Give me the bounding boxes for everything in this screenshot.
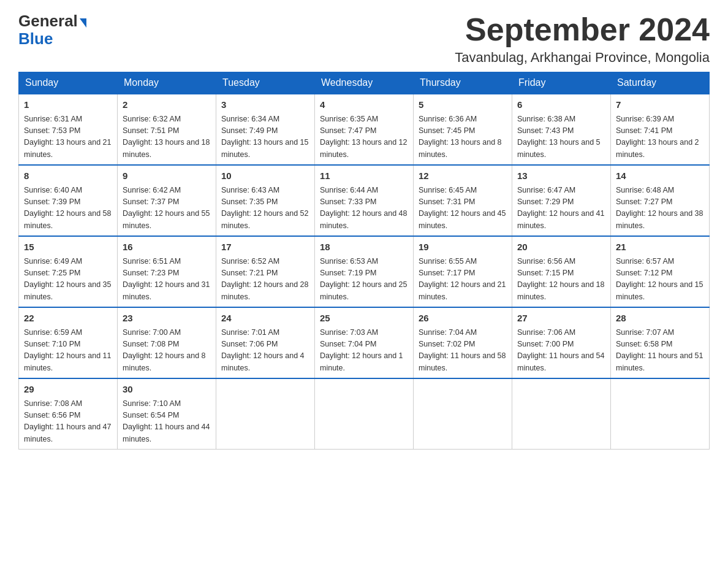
- day-cell: 19Sunrise: 6:55 AMSunset: 7:17 PMDayligh…: [414, 236, 512, 307]
- day-info: Sunrise: 6:52 AMSunset: 7:21 PMDaylight:…: [221, 256, 309, 304]
- day-info: Sunrise: 6:34 AMSunset: 7:49 PMDaylight:…: [221, 113, 309, 161]
- day-number: 5: [419, 98, 507, 112]
- day-info: Sunrise: 6:59 AMSunset: 7:10 PMDaylight:…: [24, 327, 112, 375]
- day-cell: 18Sunrise: 6:53 AMSunset: 7:19 PMDayligh…: [315, 236, 414, 307]
- day-info: Sunrise: 7:08 AMSunset: 6:56 PMDaylight:…: [24, 398, 112, 446]
- day-cell: [414, 378, 512, 450]
- logo-blue: Blue: [18, 29, 53, 48]
- day-cell: [315, 378, 414, 450]
- day-number: 15: [24, 240, 112, 255]
- day-cell: 27Sunrise: 7:06 AMSunset: 7:00 PMDayligh…: [512, 307, 611, 378]
- day-cell: 24Sunrise: 7:01 AMSunset: 7:06 PMDayligh…: [216, 307, 315, 378]
- day-info: Sunrise: 7:04 AMSunset: 7:02 PMDaylight:…: [419, 327, 507, 375]
- week-row-4: 22Sunrise: 6:59 AMSunset: 7:10 PMDayligh…: [19, 307, 710, 378]
- day-info: Sunrise: 6:51 AMSunset: 7:23 PMDaylight:…: [123, 256, 211, 304]
- day-cell: 26Sunrise: 7:04 AMSunset: 7:02 PMDayligh…: [414, 307, 512, 378]
- header-sunday: Sunday: [19, 72, 118, 94]
- day-number: 18: [320, 240, 408, 255]
- day-info: Sunrise: 6:35 AMSunset: 7:47 PMDaylight:…: [320, 113, 408, 161]
- day-info: Sunrise: 6:53 AMSunset: 7:19 PMDaylight:…: [320, 256, 408, 304]
- day-cell: 15Sunrise: 6:49 AMSunset: 7:25 PMDayligh…: [19, 236, 118, 307]
- day-info: Sunrise: 6:55 AMSunset: 7:17 PMDaylight:…: [419, 256, 507, 304]
- day-info: Sunrise: 6:44 AMSunset: 7:33 PMDaylight:…: [320, 185, 408, 232]
- day-cell: 6Sunrise: 6:38 AMSunset: 7:43 PMDaylight…: [512, 94, 611, 165]
- day-info: Sunrise: 6:40 AMSunset: 7:39 PMDaylight:…: [24, 185, 112, 232]
- day-cell: 10Sunrise: 6:43 AMSunset: 7:35 PMDayligh…: [216, 165, 315, 236]
- day-info: Sunrise: 6:45 AMSunset: 7:31 PMDaylight:…: [419, 185, 507, 232]
- day-number: 4: [320, 98, 408, 112]
- day-info: Sunrise: 6:36 AMSunset: 7:45 PMDaylight:…: [419, 113, 507, 161]
- day-number: 7: [616, 98, 704, 112]
- day-number: 19: [419, 240, 507, 255]
- day-number: 2: [123, 98, 211, 112]
- week-row-1: 1Sunrise: 6:31 AMSunset: 7:53 PMDaylight…: [19, 94, 710, 165]
- page-header: GeneralBlue September 2024 Tavanbulag, A…: [18, 12, 710, 66]
- day-cell: [512, 378, 611, 450]
- day-number: 30: [123, 383, 211, 397]
- day-cell: 3Sunrise: 6:34 AMSunset: 7:49 PMDaylight…: [216, 94, 315, 165]
- day-cell: [216, 378, 315, 450]
- day-number: 20: [517, 240, 605, 255]
- day-number: 17: [221, 240, 309, 255]
- day-cell: 4Sunrise: 6:35 AMSunset: 7:47 PMDaylight…: [315, 94, 414, 165]
- day-number: 8: [24, 169, 112, 183]
- day-info: Sunrise: 6:57 AMSunset: 7:12 PMDaylight:…: [616, 256, 704, 304]
- month-title: September 2024: [455, 12, 710, 47]
- week-row-5: 29Sunrise: 7:08 AMSunset: 6:56 PMDayligh…: [19, 378, 710, 450]
- day-info: Sunrise: 6:39 AMSunset: 7:41 PMDaylight:…: [616, 113, 704, 161]
- day-cell: 30Sunrise: 7:10 AMSunset: 6:54 PMDayligh…: [118, 378, 216, 450]
- day-info: Sunrise: 6:47 AMSunset: 7:29 PMDaylight:…: [517, 185, 605, 232]
- day-cell: 13Sunrise: 6:47 AMSunset: 7:29 PMDayligh…: [512, 165, 611, 236]
- day-number: 28: [616, 312, 704, 326]
- day-cell: 5Sunrise: 6:36 AMSunset: 7:45 PMDaylight…: [414, 94, 512, 165]
- day-cell: 22Sunrise: 6:59 AMSunset: 7:10 PMDayligh…: [19, 307, 118, 378]
- day-info: Sunrise: 7:03 AMSunset: 7:04 PMDaylight:…: [320, 327, 408, 375]
- header-thursday: Thursday: [414, 72, 512, 94]
- day-number: 9: [123, 169, 211, 183]
- title-section: September 2024 Tavanbulag, Arkhangai Pro…: [455, 12, 710, 66]
- day-info: Sunrise: 6:49 AMSunset: 7:25 PMDaylight:…: [24, 256, 112, 304]
- day-number: 1: [24, 98, 112, 112]
- day-cell: 21Sunrise: 6:57 AMSunset: 7:12 PMDayligh…: [611, 236, 710, 307]
- day-cell: 12Sunrise: 6:45 AMSunset: 7:31 PMDayligh…: [414, 165, 512, 236]
- day-cell: 9Sunrise: 6:42 AMSunset: 7:37 PMDaylight…: [118, 165, 216, 236]
- week-row-2: 8Sunrise: 6:40 AMSunset: 7:39 PMDaylight…: [19, 165, 710, 236]
- header-row: SundayMondayTuesdayWednesdayThursdayFrid…: [19, 72, 710, 94]
- day-cell: 11Sunrise: 6:44 AMSunset: 7:33 PMDayligh…: [315, 165, 414, 236]
- header-tuesday: Tuesday: [216, 72, 315, 94]
- day-number: 14: [616, 169, 704, 183]
- day-cell: 20Sunrise: 6:56 AMSunset: 7:15 PMDayligh…: [512, 236, 611, 307]
- day-cell: 28Sunrise: 7:07 AMSunset: 6:58 PMDayligh…: [611, 307, 710, 378]
- day-number: 29: [24, 383, 112, 397]
- day-number: 25: [320, 312, 408, 326]
- location-title: Tavanbulag, Arkhangai Province, Mongolia: [455, 50, 710, 66]
- day-cell: 16Sunrise: 6:51 AMSunset: 7:23 PMDayligh…: [118, 236, 216, 307]
- day-info: Sunrise: 6:48 AMSunset: 7:27 PMDaylight:…: [616, 185, 704, 232]
- day-info: Sunrise: 6:43 AMSunset: 7:35 PMDaylight:…: [221, 185, 309, 232]
- day-info: Sunrise: 6:56 AMSunset: 7:15 PMDaylight:…: [517, 256, 605, 304]
- day-cell: 14Sunrise: 6:48 AMSunset: 7:27 PMDayligh…: [611, 165, 710, 236]
- day-number: 22: [24, 312, 112, 326]
- day-number: 12: [419, 169, 507, 183]
- day-number: 3: [221, 98, 309, 112]
- day-cell: 23Sunrise: 7:00 AMSunset: 7:08 PMDayligh…: [118, 307, 216, 378]
- header-monday: Monday: [118, 72, 216, 94]
- day-number: 16: [123, 240, 211, 255]
- day-number: 24: [221, 312, 309, 326]
- day-number: 26: [419, 312, 507, 326]
- day-info: Sunrise: 6:42 AMSunset: 7:37 PMDaylight:…: [123, 185, 211, 232]
- day-number: 13: [517, 169, 605, 183]
- day-cell: 17Sunrise: 6:52 AMSunset: 7:21 PMDayligh…: [216, 236, 315, 307]
- calendar-table: SundayMondayTuesdayWednesdayThursdayFrid…: [18, 72, 710, 450]
- day-number: 21: [616, 240, 704, 255]
- day-cell: 1Sunrise: 6:31 AMSunset: 7:53 PMDaylight…: [19, 94, 118, 165]
- day-info: Sunrise: 7:06 AMSunset: 7:00 PMDaylight:…: [517, 327, 605, 375]
- day-number: 23: [123, 312, 211, 326]
- day-cell: 8Sunrise: 6:40 AMSunset: 7:39 PMDaylight…: [19, 165, 118, 236]
- day-cell: 25Sunrise: 7:03 AMSunset: 7:04 PMDayligh…: [315, 307, 414, 378]
- day-cell: [611, 378, 710, 450]
- day-number: 27: [517, 312, 605, 326]
- header-saturday: Saturday: [611, 72, 710, 94]
- day-cell: 29Sunrise: 7:08 AMSunset: 6:56 PMDayligh…: [19, 378, 118, 450]
- week-row-3: 15Sunrise: 6:49 AMSunset: 7:25 PMDayligh…: [19, 236, 710, 307]
